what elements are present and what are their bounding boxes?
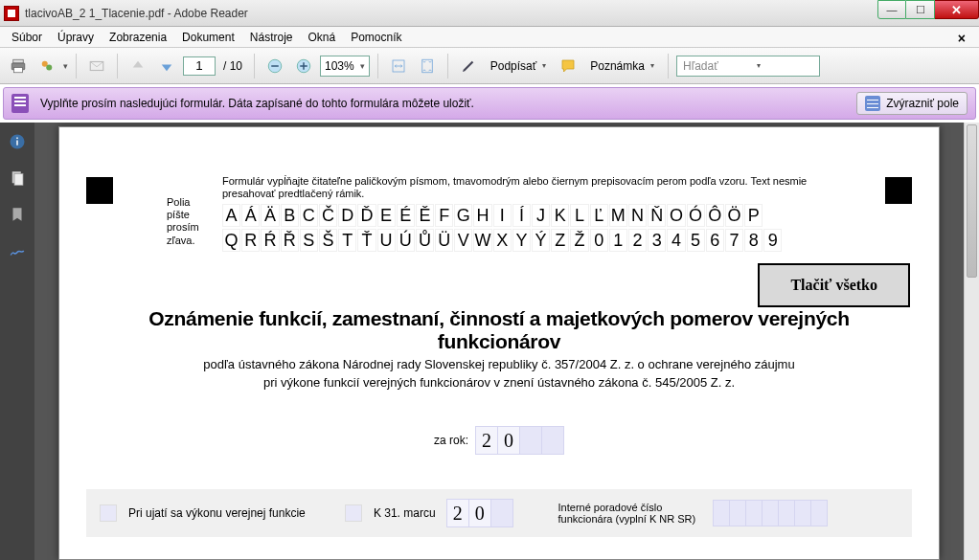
bookmarks-icon[interactable] xyxy=(8,205,27,224)
menu-edit[interactable]: Úpravy xyxy=(50,29,102,46)
char-sample: L xyxy=(570,204,588,227)
digit-box[interactable]: 2 xyxy=(475,426,498,455)
page-number-input[interactable] xyxy=(183,56,216,76)
char-sample: Á xyxy=(241,204,260,227)
zoom-select[interactable]: 103%▾ xyxy=(320,56,370,77)
digit-box[interactable]: 2 xyxy=(446,499,469,527)
form-icon xyxy=(11,94,29,113)
digit-box[interactable] xyxy=(762,500,779,526)
scroll-thumb[interactable] xyxy=(967,124,977,278)
marker-right xyxy=(885,177,912,204)
svg-rect-2 xyxy=(14,67,23,72)
vertical-scrollbar[interactable] xyxy=(964,123,979,560)
char-sample: Ó xyxy=(687,204,705,227)
menu-help[interactable]: Pomocník xyxy=(343,29,409,46)
char-sample: Ľ xyxy=(590,204,608,227)
close-button[interactable]: ✕ xyxy=(935,0,979,19)
char-sample: D xyxy=(338,204,356,227)
minimize-button[interactable]: — xyxy=(877,0,906,19)
char-sample: 1 xyxy=(609,229,627,252)
form-subtitle2: pri výkone funkcií verejných funkcionáro… xyxy=(86,375,912,390)
year-input[interactable]: 20 xyxy=(476,426,564,455)
char-sample: U xyxy=(377,229,396,252)
digit-box[interactable] xyxy=(794,500,811,526)
char-sample: Ů xyxy=(416,229,434,252)
svg-point-4 xyxy=(46,64,52,70)
app-icon xyxy=(4,6,19,21)
char-sample: A xyxy=(222,204,240,227)
search-input[interactable]: Hľadať▾ xyxy=(676,56,820,77)
digit-box[interactable] xyxy=(778,500,795,526)
checkbox-ujati[interactable] xyxy=(100,504,117,522)
note-label: Poznámka xyxy=(590,59,645,73)
sign-label: Podpísať xyxy=(490,59,537,73)
collab-icon[interactable] xyxy=(34,54,59,78)
note-button[interactable]: Poznámka▾ xyxy=(584,54,660,78)
svg-rect-7 xyxy=(271,65,279,67)
menu-tools[interactable]: Nástroje xyxy=(242,29,301,46)
char-sample: É xyxy=(397,204,415,227)
menu-view[interactable]: Zobrazenia xyxy=(102,29,174,46)
menu-close-icon[interactable]: × xyxy=(950,29,973,48)
sign-button[interactable]: Podpísať▾ xyxy=(485,54,553,78)
char-sample: O xyxy=(667,204,685,227)
digit-box[interactable] xyxy=(541,426,564,455)
menu-file[interactable]: Súbor xyxy=(4,29,50,46)
print-icon[interactable] xyxy=(6,54,31,78)
highlight-fields-button[interactable]: Zvýrazniť pole xyxy=(856,92,968,115)
fit-width-icon[interactable] xyxy=(386,54,411,78)
char-sample: 8 xyxy=(744,229,763,252)
separator xyxy=(76,54,77,78)
page-down-icon[interactable] xyxy=(154,54,179,78)
digit-box[interactable] xyxy=(490,499,513,527)
pages-icon[interactable] xyxy=(8,168,27,188)
window-title: tlacivoAB_2 1_Tlacenie.pdf - Adobe Reade… xyxy=(25,7,248,20)
print-all-button[interactable]: Tlačiť všetko xyxy=(758,263,910,307)
checkbox-31marca[interactable] xyxy=(345,504,362,522)
zoom-out-icon[interactable] xyxy=(262,54,287,78)
note-icon[interactable] xyxy=(556,54,581,78)
char-sample: C xyxy=(300,204,318,227)
page-viewport: Polia píšte prosím zľava. Formulár vypĺň… xyxy=(34,123,964,560)
char-sample: 5 xyxy=(687,229,705,252)
digit-box[interactable] xyxy=(713,500,730,526)
page-up-icon[interactable] xyxy=(125,54,150,78)
char-sample: Ň xyxy=(648,204,666,227)
digit-box[interactable]: 0 xyxy=(497,426,520,455)
svg-rect-15 xyxy=(16,138,18,140)
separator xyxy=(668,54,669,78)
maximize-button[interactable]: ☐ xyxy=(906,0,935,19)
zoom-value: 103% xyxy=(325,59,354,73)
digit-box[interactable] xyxy=(745,500,763,526)
char-sample: 0 xyxy=(590,229,608,252)
char-sample: Ú xyxy=(397,229,415,252)
march-year-input[interactable]: 20 xyxy=(447,499,513,527)
char-sample: B xyxy=(281,204,299,227)
info-icon[interactable] xyxy=(8,132,27,151)
char-sample: E xyxy=(377,204,396,227)
char-sample: Ý xyxy=(532,229,550,252)
char-sample: Ä xyxy=(261,204,279,227)
marker-left xyxy=(86,177,113,204)
digit-box[interactable] xyxy=(729,500,746,526)
separator xyxy=(117,54,118,78)
digit-box[interactable] xyxy=(810,500,828,526)
menu-document[interactable]: Dokument xyxy=(174,29,242,46)
chk1-label: Pri ujatí sa výkonu verejnej funkcie xyxy=(128,506,306,520)
digit-box[interactable] xyxy=(519,426,542,455)
separator xyxy=(377,54,378,78)
toolbar: ▾ / 10 103%▾ Podpísať▾ Poznámka▾ Hľadať▾ xyxy=(0,48,979,84)
intern-number-input[interactable] xyxy=(714,500,828,526)
sidebar xyxy=(0,123,34,560)
fit-page-icon[interactable] xyxy=(415,54,440,78)
menu-windows[interactable]: Okná xyxy=(300,29,343,46)
mail-icon[interactable] xyxy=(84,54,109,78)
digit-box[interactable]: 0 xyxy=(468,499,491,527)
signatures-icon[interactable] xyxy=(8,241,27,260)
zoom-in-icon[interactable] xyxy=(291,54,316,78)
pen-icon[interactable] xyxy=(456,54,481,78)
char-sample: Ď xyxy=(357,204,376,227)
char-sample: Í xyxy=(512,204,531,227)
char-sample: R xyxy=(241,229,260,252)
char-sample: V xyxy=(454,229,472,252)
